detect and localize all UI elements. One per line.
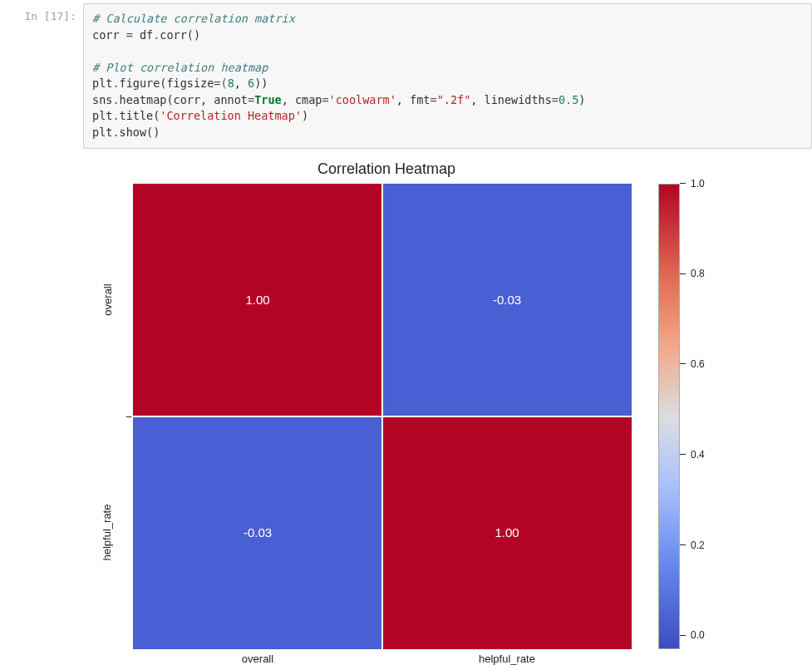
chart-title: Correlation Heatmap: [83, 160, 690, 178]
prompt-label: In [17]:: [24, 10, 76, 22]
code-comment: # Plot correlation heatmap: [92, 61, 268, 74]
heatmap-cell: -0.03: [382, 184, 632, 416]
code-comment: # Calculate correlation matrix: [92, 12, 295, 25]
code-cell: In [17]: # Calculate correlation matrix …: [0, 0, 812, 152]
x-axis-labels: overall helpful_rate: [133, 653, 632, 665]
y-label: overall: [83, 184, 131, 416]
heatmap-cell: 1.00: [133, 184, 382, 416]
colorbar: 1.0 0.8 0.6 0.4 0.2 0.0: [658, 184, 750, 649]
heatmap-cell: 1.00: [382, 416, 632, 649]
colorbar-gradient: [658, 184, 680, 649]
grid-line: [133, 416, 632, 417]
y-label: helpful_rate: [83, 416, 131, 649]
cell-output: Correlation Heatmap overall helpful_rate…: [0, 152, 812, 671]
colorbar-tick: 0.2: [680, 539, 705, 551]
cell-prompt: In [17]:: [0, 3, 83, 149]
y-tick: [126, 416, 131, 417]
heatmap-cell: -0.03: [133, 416, 382, 649]
y-axis-labels: overall helpful_rate: [83, 184, 131, 649]
code-editor[interactable]: # Calculate correlation matrix corr = df…: [83, 3, 812, 149]
colorbar-tick: 0.6: [680, 358, 705, 370]
colorbar-tick: 1.0: [680, 178, 705, 190]
colorbar-tick: 0.0: [680, 629, 705, 641]
x-label: overall: [133, 653, 382, 665]
colorbar-tick: 0.4: [680, 449, 705, 461]
x-label: helpful_rate: [382, 653, 632, 665]
colorbar-tick: 0.8: [680, 268, 705, 279]
heatmap-chart: Correlation Heatmap overall helpful_rate…: [83, 160, 781, 671]
